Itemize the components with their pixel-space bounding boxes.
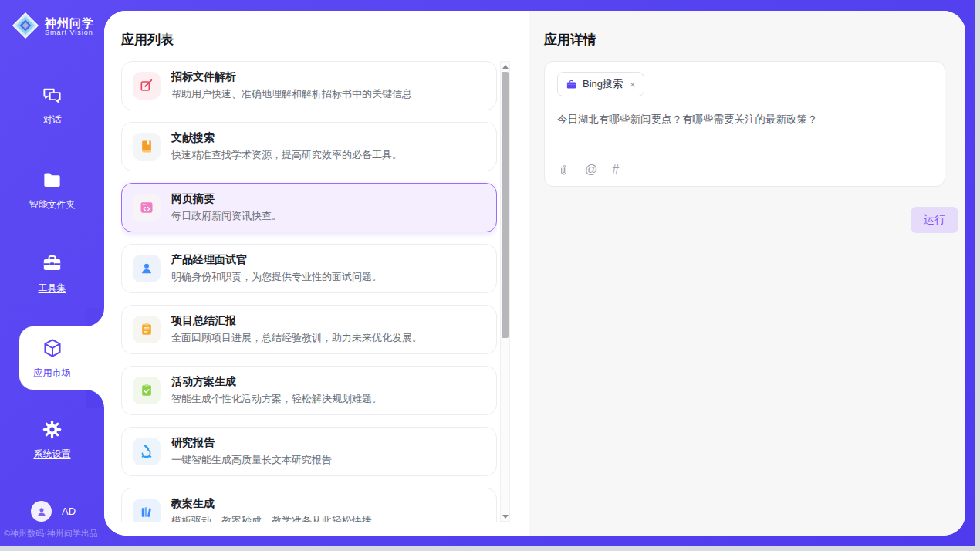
gear-icon <box>42 419 63 443</box>
user-initials: AD <box>62 505 76 517</box>
app-card-title: 网页摘要 <box>171 192 282 206</box>
bubble-bottom-notch <box>86 390 104 408</box>
sidebar-item-toolset[interactable]: 工具集 <box>0 253 104 295</box>
plan-clipboard-icon <box>133 377 161 404</box>
brand-subtitle: Smart Vision <box>45 29 94 36</box>
user-account[interactable]: AD <box>31 501 76 522</box>
brand-name: 神州问学 <box>45 17 94 29</box>
scrollbar-track[interactable] <box>500 61 510 522</box>
prompt-editor-card[interactable]: Bing搜索 × 今日湖北有哪些新闻要点？有哪些需要关注的最新政策？ @ # <box>544 61 945 187</box>
cube-icon <box>42 337 63 362</box>
app-card-title: 招标文件解析 <box>171 70 412 84</box>
person-icon <box>35 505 49 519</box>
app-card[interactable]: 项目总结汇报全面回顾项目进展，总结经验教训，助力未来优化发展。 <box>121 305 497 354</box>
app-detail-pane: 应用详情 Bing搜索 × 今日湖北有哪些新闻要点？有哪些需要关注的最新政策？ <box>529 11 965 536</box>
app-card[interactable]: 教案生成模板驱动，教案秒成，教学准备从此轻松快捷 <box>121 488 497 522</box>
bubble-top-notch <box>86 308 104 326</box>
app-card-title: 文献搜索 <box>171 131 402 145</box>
app-card[interactable]: 文献搜索快速精准查找学术资源，提高研究效率的必备工具。 <box>121 122 497 171</box>
sidebar: 神州问学 Smart Vision 对话 智能文件夹 <box>0 0 104 546</box>
app-card-desc: 快速精准查找学术资源，提高研究效率的必备工具。 <box>171 148 402 162</box>
sidebar-item-label: 对话 <box>0 113 104 127</box>
scrollbar-thumb[interactable] <box>502 72 509 338</box>
app-card-desc: 明确身份和职责，为您提供专业性的面试问题。 <box>171 270 382 284</box>
sidebar-item-label: 系统设置 <box>0 448 104 461</box>
toolbox-icon <box>42 253 63 277</box>
app-card[interactable]: 网页摘要每日政府新闻资讯快查。 <box>121 183 497 232</box>
prompt-input[interactable]: 今日湖北有哪些新闻要点？有哪些需要关注的最新政策？ <box>557 112 932 127</box>
app-card-title: 教案生成 <box>171 497 372 511</box>
app-card-desc: 每日政府新闻资讯快查。 <box>171 209 282 223</box>
sidebar-item-settings[interactable]: 系统设置 <box>0 419 104 461</box>
app-card[interactable]: 研究报告一键智能生成高质量长文本研究报告 <box>121 427 497 476</box>
brand: 神州问学 Smart Vision <box>11 11 94 43</box>
research-microscope-icon <box>133 438 161 465</box>
sidebar-item-label: 工具集 <box>0 282 104 295</box>
main-panel: 应用列表 招标文件解析帮助用户快速、准确地理解和解析招标书中的关键信息文献搜索快… <box>104 11 965 536</box>
app-card-desc: 帮助用户快速、准确地理解和解析招标书中的关键信息 <box>171 87 412 101</box>
app-card-desc: 全面回顾项目进展，总结经验教训，助力未来优化发展。 <box>171 331 422 345</box>
lesson-books-icon <box>133 499 161 522</box>
tool-chip-bing-search[interactable]: Bing搜索 × <box>557 72 644 96</box>
tool-chip-label: Bing搜索 <box>583 77 623 91</box>
literature-book-icon <box>133 133 161 161</box>
sidebar-item-label: 智能文件夹 <box>0 198 104 211</box>
run-button[interactable]: 运行 <box>911 207 958 233</box>
app-list-title: 应用列表 <box>121 31 529 49</box>
app-list-pane: 应用列表 招标文件解析帮助用户快速、准确地理解和解析招标书中的关键信息文献搜索快… <box>104 11 529 536</box>
at-mention-icon[interactable]: @ <box>585 163 597 177</box>
app-card-desc: 模板驱动，教案秒成，教学准备从此轻松快捷 <box>171 514 372 522</box>
app-card-list: 招标文件解析帮助用户快速、准确地理解和解析招标书中的关键信息文献搜索快速精准查找… <box>121 61 497 522</box>
copyright-footer: ©神州数码·神州问学出品 <box>4 528 104 539</box>
app-window: 神州问学 Smart Vision 对话 智能文件夹 <box>0 0 975 546</box>
briefcase-icon <box>566 79 577 90</box>
app-card-title: 活动方案生成 <box>171 375 382 389</box>
summary-note-icon <box>133 316 161 343</box>
app-card-title: 研究报告 <box>171 436 332 450</box>
scrollbar-up-arrow-icon[interactable] <box>501 62 509 71</box>
chat-icon <box>42 85 63 109</box>
app-card[interactable]: 活动方案生成智能生成个性化活动方案，轻松解决规划难题。 <box>121 366 497 415</box>
folder-icon <box>42 170 63 194</box>
avatar <box>31 501 52 522</box>
diamond-logo-icon <box>11 11 40 43</box>
sidebar-item-smart-folder[interactable]: 智能文件夹 <box>0 170 104 211</box>
close-icon[interactable]: × <box>630 79 636 90</box>
app-card-title: 项目总结汇报 <box>171 314 422 328</box>
app-card[interactable]: 招标文件解析帮助用户快速、准确地理解和解析招标书中的关键信息 <box>121 61 497 110</box>
sidebar-item-label: 应用市场 <box>0 367 104 380</box>
app-card[interactable]: 产品经理面试官明确身份和职责，为您提供专业性的面试问题。 <box>121 244 497 293</box>
tender-edit-icon <box>133 72 161 100</box>
interviewer-person-icon <box>133 255 161 282</box>
composer-toolbar: @ # <box>557 163 932 177</box>
sidebar-item-chat[interactable]: 对话 <box>0 85 104 127</box>
webpage-code-icon <box>133 194 161 221</box>
paperclip-icon[interactable] <box>557 164 570 177</box>
app-card-desc: 一键智能生成高质量长文本研究报告 <box>171 453 332 467</box>
hash-tag-icon[interactable]: # <box>612 163 619 177</box>
app-card-title: 产品经理面试官 <box>171 253 382 267</box>
sidebar-item-app-market[interactable]: 应用市场 <box>0 337 104 380</box>
scrollbar-down-arrow-icon[interactable] <box>501 512 509 521</box>
app-card-desc: 智能生成个性化活动方案，轻松解决规划难题。 <box>171 392 382 406</box>
app-detail-title: 应用详情 <box>544 31 965 49</box>
